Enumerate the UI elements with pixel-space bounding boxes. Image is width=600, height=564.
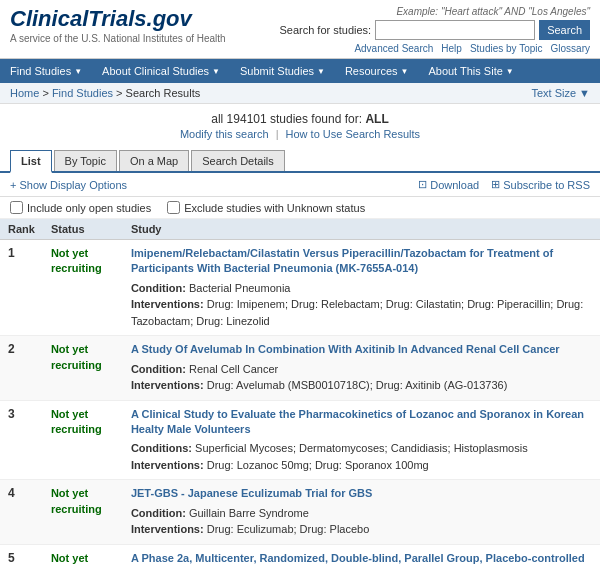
results-query: ALL: [365, 112, 388, 126]
logo-text: ClinicalTrials.gov: [10, 6, 192, 31]
table-row: 4Not yet recruitingJET-GBS - Japanese Ec…: [0, 480, 600, 544]
nav-arrow-icon: ▼: [506, 67, 514, 76]
breadcrumb-current: Search Results: [126, 87, 201, 99]
search-example: Example: "Heart attack" AND "Los Angeles…: [396, 6, 590, 17]
nav-bar: Find Studies ▼ About Clinical Studies ▼ …: [0, 59, 600, 83]
study-title-link[interactable]: A Study Of Avelumab In Combination With …: [131, 342, 592, 357]
search-area: Example: "Heart attack" AND "Los Angeles…: [279, 6, 590, 54]
unknown-status-filter[interactable]: Exclude studies with Unknown status: [167, 201, 365, 214]
study-cell: A Study Of Avelumab In Combination With …: [123, 336, 600, 400]
study-title-link[interactable]: JET-GBS - Japanese Eculizumab Trial for …: [131, 486, 592, 501]
study-interventions: Interventions: Drug: Avelumab (MSB001071…: [131, 377, 592, 394]
study-condition: Condition: Renal Cell Cancer: [131, 361, 592, 378]
rank-cell: 1: [0, 240, 43, 336]
download-button[interactable]: ⊡ Download: [418, 178, 479, 191]
tab-by-topic[interactable]: By Topic: [54, 150, 117, 171]
table-row: 5Not yet recruitingA Phase 2a, Multicent…: [0, 544, 600, 564]
nav-resources[interactable]: Resources ▼: [335, 59, 419, 83]
help-link[interactable]: Help: [441, 43, 462, 54]
status-cell: Not yet recruiting: [43, 336, 123, 400]
logo: ClinicalTrials.gov A service of the U.S.…: [10, 6, 226, 44]
rank-cell: 4: [0, 480, 43, 544]
toolbar: + Show Display Options ⊡ Download ⊞ Subs…: [0, 173, 600, 197]
study-cell: A Clinical Study to Evaluate the Pharmac…: [123, 400, 600, 480]
open-studies-filter[interactable]: Include only open studies: [10, 201, 151, 214]
study-title-link[interactable]: Imipenem/Relebactam/Cilastatin Versus Pi…: [131, 246, 592, 277]
study-cell: A Phase 2a, Multicenter, Randomized, Dou…: [123, 544, 600, 564]
nav-arrow-icon: ▼: [317, 67, 325, 76]
study-cell: JET-GBS - Japanese Eculizumab Trial for …: [123, 480, 600, 544]
nav-submit-studies[interactable]: Submit Studies ▼: [230, 59, 335, 83]
rank-cell: 3: [0, 400, 43, 480]
tab-search-details[interactable]: Search Details: [191, 150, 285, 171]
study-interventions: Interventions: Drug: Eculizumab; Drug: P…: [131, 521, 592, 538]
rss-label: Subscribe to RSS: [503, 179, 590, 191]
modify-search-link[interactable]: Modify this search: [180, 128, 269, 140]
logo-subtitle: A service of the U.S. National Institute…: [10, 33, 226, 44]
download-icon: ⊡: [418, 178, 427, 191]
show-display-options[interactable]: + Show Display Options: [10, 179, 127, 191]
tab-on-a-map[interactable]: On a Map: [119, 150, 189, 171]
study-interventions: Interventions: Drug: Imipenem; Drug: Rel…: [131, 296, 592, 329]
unknown-status-label: Exclude studies with Unknown status: [184, 202, 365, 214]
study-title-link[interactable]: A Clinical Study to Evaluate the Pharmac…: [131, 407, 592, 438]
table-row: 2Not yet recruitingA Study Of Avelumab I…: [0, 336, 600, 400]
tab-list[interactable]: List: [10, 150, 52, 173]
col-header-study: Study: [123, 219, 600, 240]
status-cell: Not yet recruiting: [43, 400, 123, 480]
results-count: all 194101 studies found for: ALL: [10, 112, 590, 126]
glossary-link[interactable]: Glossary: [551, 43, 590, 54]
rank-cell: 5: [0, 544, 43, 564]
filters-bar: Include only open studies Exclude studie…: [0, 197, 600, 219]
status-cell: Not yet recruiting: [43, 480, 123, 544]
status-cell: Not yet recruiting: [43, 240, 123, 336]
unknown-status-checkbox[interactable]: [167, 201, 180, 214]
advanced-search-link[interactable]: Advanced Search: [354, 43, 433, 54]
col-header-rank: Rank: [0, 219, 43, 240]
nav-arrow-icon: ▼: [212, 67, 220, 76]
results-header: all 194101 studies found for: ALL Modify…: [0, 104, 600, 144]
study-condition: Conditions: Superficial Mycoses; Dermato…: [131, 440, 592, 457]
nav-find-studies[interactable]: Find Studies ▼: [0, 59, 92, 83]
logo-title[interactable]: ClinicalTrials.gov: [10, 6, 226, 32]
breadcrumb-bar: Home > Find Studies > Search Results Tex…: [0, 83, 600, 104]
results-links: Modify this search | How to Use Search R…: [10, 128, 590, 140]
study-cell: Imipenem/Relebactam/Cilastatin Versus Pi…: [123, 240, 600, 336]
col-header-status: Status: [43, 219, 123, 240]
nav-about-clinical-studies[interactable]: About Clinical Studies ▼: [92, 59, 230, 83]
table-row: 1Not yet recruitingImipenem/Relebactam/C…: [0, 240, 600, 336]
open-studies-label: Include only open studies: [27, 202, 151, 214]
rss-button[interactable]: ⊞ Subscribe to RSS: [491, 178, 590, 191]
table-row: 3Not yet recruitingA Clinical Study to E…: [0, 400, 600, 480]
toolbar-right: ⊡ Download ⊞ Subscribe to RSS: [418, 178, 590, 191]
how-to-use-link[interactable]: How to Use Search Results: [286, 128, 421, 140]
nav-arrow-icon: ▼: [401, 67, 409, 76]
rss-icon: ⊞: [491, 178, 500, 191]
study-title-link[interactable]: A Phase 2a, Multicenter, Randomized, Dou…: [131, 551, 592, 564]
nav-about-this-site[interactable]: About This Site ▼: [418, 59, 523, 83]
breadcrumb-find-studies[interactable]: Find Studies: [52, 87, 113, 99]
results-separator: |: [276, 128, 279, 140]
nav-arrow-icon: ▼: [74, 67, 82, 76]
study-interventions: Interventions: Drug: Lozanoc 50mg; Drug:…: [131, 457, 592, 474]
rank-cell: 2: [0, 336, 43, 400]
download-label: Download: [430, 179, 479, 191]
search-label: Search for studies:: [279, 24, 371, 36]
text-size-control[interactable]: Text Size ▼: [531, 87, 590, 99]
table-header-row: Rank Status Study: [0, 219, 600, 240]
study-condition: Condition: Guillain Barre Syndrome: [131, 505, 592, 522]
search-links: Advanced Search Help Studies by Topic Gl…: [354, 43, 590, 54]
studies-by-topic-link[interactable]: Studies by Topic: [470, 43, 543, 54]
results-table: Rank Status Study 1Not yet recruitingImi…: [0, 219, 600, 564]
tabs-bar: List By Topic On a Map Search Details: [0, 144, 600, 173]
study-condition: Condition: Bacterial Pneumonia: [131, 280, 592, 297]
open-studies-checkbox[interactable]: [10, 201, 23, 214]
results-tbody: 1Not yet recruitingImipenem/Relebactam/C…: [0, 240, 600, 565]
status-cell: Not yet recruiting: [43, 544, 123, 564]
breadcrumb: Home > Find Studies > Search Results: [10, 87, 200, 99]
search-input[interactable]: [375, 20, 535, 40]
search-button[interactable]: Search: [539, 20, 590, 40]
breadcrumb-home[interactable]: Home: [10, 87, 39, 99]
